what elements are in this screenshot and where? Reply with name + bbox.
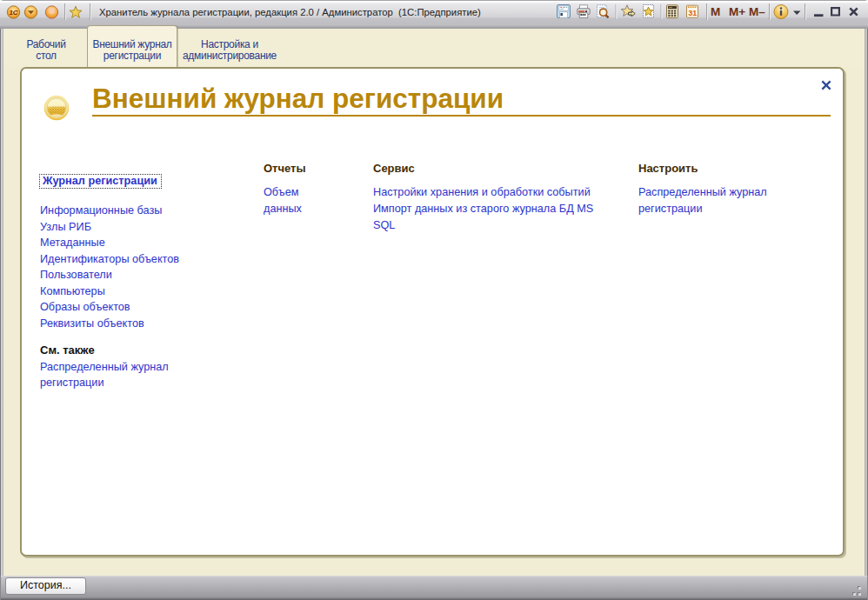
svg-text:1C: 1C (9, 9, 17, 17)
svg-text:31: 31 (688, 9, 697, 17)
